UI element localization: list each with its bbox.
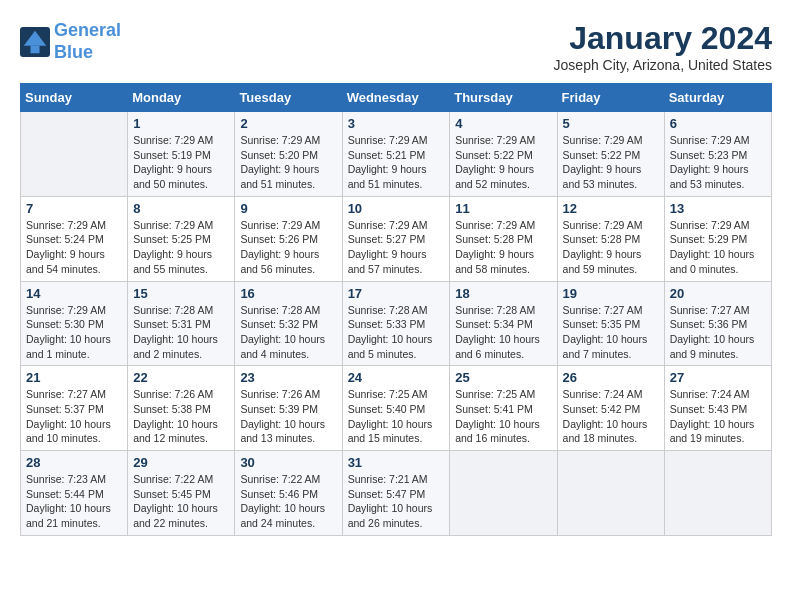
day-number: 6 xyxy=(670,116,766,131)
day-number: 8 xyxy=(133,201,229,216)
calendar-cell: 25Sunrise: 7:25 AMSunset: 5:41 PMDayligh… xyxy=(450,366,557,451)
day-info: Sunrise: 7:29 AMSunset: 5:30 PMDaylight:… xyxy=(26,303,122,362)
day-info: Sunrise: 7:29 AMSunset: 5:26 PMDaylight:… xyxy=(240,218,336,277)
day-info: Sunrise: 7:22 AMSunset: 5:46 PMDaylight:… xyxy=(240,472,336,531)
weekday-header-cell: Thursday xyxy=(450,84,557,112)
day-number: 15 xyxy=(133,286,229,301)
day-number: 10 xyxy=(348,201,445,216)
weekday-header-cell: Saturday xyxy=(664,84,771,112)
day-number: 9 xyxy=(240,201,336,216)
svg-rect-2 xyxy=(31,45,40,53)
calendar-cell: 17Sunrise: 7:28 AMSunset: 5:33 PMDayligh… xyxy=(342,281,450,366)
day-number: 30 xyxy=(240,455,336,470)
day-number: 5 xyxy=(563,116,659,131)
weekday-header-cell: Monday xyxy=(128,84,235,112)
day-number: 31 xyxy=(348,455,445,470)
day-info: Sunrise: 7:29 AMSunset: 5:22 PMDaylight:… xyxy=(455,133,551,192)
day-number: 7 xyxy=(26,201,122,216)
day-number: 22 xyxy=(133,370,229,385)
calendar-cell: 5Sunrise: 7:29 AMSunset: 5:22 PMDaylight… xyxy=(557,112,664,197)
day-number: 29 xyxy=(133,455,229,470)
calendar-cell: 26Sunrise: 7:24 AMSunset: 5:42 PMDayligh… xyxy=(557,366,664,451)
calendar-cell: 9Sunrise: 7:29 AMSunset: 5:26 PMDaylight… xyxy=(235,196,342,281)
calendar-cell: 2Sunrise: 7:29 AMSunset: 5:20 PMDaylight… xyxy=(235,112,342,197)
calendar-week-row: 14Sunrise: 7:29 AMSunset: 5:30 PMDayligh… xyxy=(21,281,772,366)
day-info: Sunrise: 7:28 AMSunset: 5:34 PMDaylight:… xyxy=(455,303,551,362)
weekday-header-cell: Tuesday xyxy=(235,84,342,112)
calendar-cell: 22Sunrise: 7:26 AMSunset: 5:38 PMDayligh… xyxy=(128,366,235,451)
day-number: 18 xyxy=(455,286,551,301)
calendar-cell: 4Sunrise: 7:29 AMSunset: 5:22 PMDaylight… xyxy=(450,112,557,197)
day-info: Sunrise: 7:28 AMSunset: 5:32 PMDaylight:… xyxy=(240,303,336,362)
calendar-cell: 19Sunrise: 7:27 AMSunset: 5:35 PMDayligh… xyxy=(557,281,664,366)
day-info: Sunrise: 7:29 AMSunset: 5:22 PMDaylight:… xyxy=(563,133,659,192)
day-number: 19 xyxy=(563,286,659,301)
day-number: 20 xyxy=(670,286,766,301)
day-info: Sunrise: 7:21 AMSunset: 5:47 PMDaylight:… xyxy=(348,472,445,531)
calendar-cell: 27Sunrise: 7:24 AMSunset: 5:43 PMDayligh… xyxy=(664,366,771,451)
day-number: 21 xyxy=(26,370,122,385)
day-info: Sunrise: 7:29 AMSunset: 5:24 PMDaylight:… xyxy=(26,218,122,277)
day-number: 16 xyxy=(240,286,336,301)
day-info: Sunrise: 7:29 AMSunset: 5:29 PMDaylight:… xyxy=(670,218,766,277)
day-number: 27 xyxy=(670,370,766,385)
day-number: 4 xyxy=(455,116,551,131)
calendar-cell: 24Sunrise: 7:25 AMSunset: 5:40 PMDayligh… xyxy=(342,366,450,451)
day-info: Sunrise: 7:27 AMSunset: 5:35 PMDaylight:… xyxy=(563,303,659,362)
month-title: January 2024 xyxy=(554,20,772,57)
day-number: 25 xyxy=(455,370,551,385)
calendar-cell: 15Sunrise: 7:28 AMSunset: 5:31 PMDayligh… xyxy=(128,281,235,366)
calendar-body: 1Sunrise: 7:29 AMSunset: 5:19 PMDaylight… xyxy=(21,112,772,536)
day-number: 23 xyxy=(240,370,336,385)
weekday-header-cell: Wednesday xyxy=(342,84,450,112)
logo-icon xyxy=(20,27,50,57)
day-info: Sunrise: 7:29 AMSunset: 5:21 PMDaylight:… xyxy=(348,133,445,192)
day-number: 11 xyxy=(455,201,551,216)
calendar-cell: 12Sunrise: 7:29 AMSunset: 5:28 PMDayligh… xyxy=(557,196,664,281)
calendar-cell xyxy=(557,451,664,536)
day-number: 17 xyxy=(348,286,445,301)
day-info: Sunrise: 7:28 AMSunset: 5:33 PMDaylight:… xyxy=(348,303,445,362)
title-area: January 2024 Joseph City, Arizona, Unite… xyxy=(554,20,772,73)
calendar-cell xyxy=(21,112,128,197)
calendar-cell: 8Sunrise: 7:29 AMSunset: 5:25 PMDaylight… xyxy=(128,196,235,281)
location: Joseph City, Arizona, United States xyxy=(554,57,772,73)
calendar-cell: 14Sunrise: 7:29 AMSunset: 5:30 PMDayligh… xyxy=(21,281,128,366)
calendar-cell: 6Sunrise: 7:29 AMSunset: 5:23 PMDaylight… xyxy=(664,112,771,197)
calendar-cell xyxy=(664,451,771,536)
day-info: Sunrise: 7:26 AMSunset: 5:39 PMDaylight:… xyxy=(240,387,336,446)
calendar-week-row: 1Sunrise: 7:29 AMSunset: 5:19 PMDaylight… xyxy=(21,112,772,197)
day-info: Sunrise: 7:24 AMSunset: 5:43 PMDaylight:… xyxy=(670,387,766,446)
calendar-cell: 23Sunrise: 7:26 AMSunset: 5:39 PMDayligh… xyxy=(235,366,342,451)
day-info: Sunrise: 7:26 AMSunset: 5:38 PMDaylight:… xyxy=(133,387,229,446)
day-number: 13 xyxy=(670,201,766,216)
calendar-cell: 28Sunrise: 7:23 AMSunset: 5:44 PMDayligh… xyxy=(21,451,128,536)
day-number: 28 xyxy=(26,455,122,470)
day-info: Sunrise: 7:29 AMSunset: 5:20 PMDaylight:… xyxy=(240,133,336,192)
calendar-cell xyxy=(450,451,557,536)
calendar-week-row: 7Sunrise: 7:29 AMSunset: 5:24 PMDaylight… xyxy=(21,196,772,281)
page-header: General Blue January 2024 Joseph City, A… xyxy=(20,20,772,73)
calendar-cell: 1Sunrise: 7:29 AMSunset: 5:19 PMDaylight… xyxy=(128,112,235,197)
calendar-cell: 21Sunrise: 7:27 AMSunset: 5:37 PMDayligh… xyxy=(21,366,128,451)
calendar-cell: 29Sunrise: 7:22 AMSunset: 5:45 PMDayligh… xyxy=(128,451,235,536)
day-info: Sunrise: 7:29 AMSunset: 5:28 PMDaylight:… xyxy=(563,218,659,277)
calendar-week-row: 28Sunrise: 7:23 AMSunset: 5:44 PMDayligh… xyxy=(21,451,772,536)
day-number: 26 xyxy=(563,370,659,385)
day-info: Sunrise: 7:23 AMSunset: 5:44 PMDaylight:… xyxy=(26,472,122,531)
day-number: 24 xyxy=(348,370,445,385)
weekday-header-cell: Friday xyxy=(557,84,664,112)
calendar-cell: 13Sunrise: 7:29 AMSunset: 5:29 PMDayligh… xyxy=(664,196,771,281)
day-info: Sunrise: 7:29 AMSunset: 5:28 PMDaylight:… xyxy=(455,218,551,277)
calendar-cell: 7Sunrise: 7:29 AMSunset: 5:24 PMDaylight… xyxy=(21,196,128,281)
calendar-cell: 11Sunrise: 7:29 AMSunset: 5:28 PMDayligh… xyxy=(450,196,557,281)
calendar-cell: 30Sunrise: 7:22 AMSunset: 5:46 PMDayligh… xyxy=(235,451,342,536)
day-info: Sunrise: 7:25 AMSunset: 5:40 PMDaylight:… xyxy=(348,387,445,446)
logo-text: General Blue xyxy=(54,20,121,63)
day-info: Sunrise: 7:29 AMSunset: 5:27 PMDaylight:… xyxy=(348,218,445,277)
day-info: Sunrise: 7:22 AMSunset: 5:45 PMDaylight:… xyxy=(133,472,229,531)
day-info: Sunrise: 7:29 AMSunset: 5:19 PMDaylight:… xyxy=(133,133,229,192)
weekday-header-row: SundayMondayTuesdayWednesdayThursdayFrid… xyxy=(21,84,772,112)
day-number: 1 xyxy=(133,116,229,131)
day-info: Sunrise: 7:29 AMSunset: 5:23 PMDaylight:… xyxy=(670,133,766,192)
